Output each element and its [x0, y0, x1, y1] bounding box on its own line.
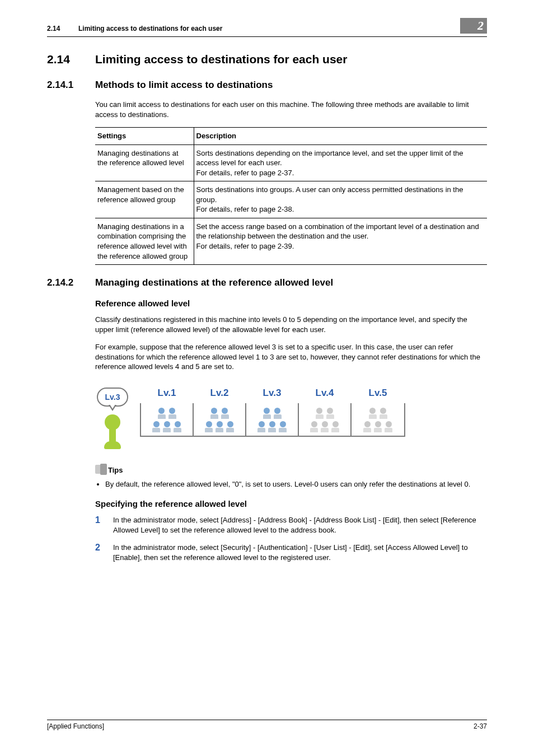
person-icon — [373, 421, 382, 432]
user-pawn-icon — [101, 414, 124, 449]
tips-block: Tips By default, the reference allowed l… — [95, 465, 487, 489]
subsection-heading-2-14-1: 2.14.1 Methods to limit access to destin… — [47, 80, 487, 91]
table-cell: Managing destinations at the reference a… — [95, 144, 194, 181]
paragraph: Classify destinations registered in this… — [95, 315, 487, 334]
table-cell: Sorts destinations into groups. A user c… — [194, 181, 487, 218]
person-icon — [310, 421, 318, 432]
h2-title: Managing destinations at the reference a… — [95, 277, 333, 288]
person-icon — [379, 408, 388, 419]
level-column: Lv.2 — [194, 403, 246, 436]
level-diagram: Lv.3 Lv.1Lv.2Lv.3Lv.4Lv.5 — [95, 388, 487, 449]
h1-title: Limiting access to destinations for each… — [95, 53, 347, 66]
person-icon — [273, 408, 282, 419]
running-head-title: Limiting access to destinations for each… — [78, 25, 487, 32]
person-icon — [226, 421, 235, 432]
h2-title: Methods to limit access to destinations — [95, 80, 273, 91]
tips-label: Tips — [108, 466, 123, 474]
table-row: Managing destinations at the reference a… — [95, 144, 487, 181]
h3-reference-allowed-level: Reference allowed level — [95, 298, 487, 308]
chapter-badge: 2 — [460, 18, 487, 34]
person-icon — [315, 408, 324, 419]
table-cell: Sorts destinations depending on the impo… — [194, 144, 487, 181]
level-column: Lv.3 — [246, 403, 299, 436]
methods-table: Settings Description Managing destinatio… — [95, 127, 487, 265]
steps-list: 1 In the administrator mode, select [Add… — [95, 515, 487, 562]
person-icon — [368, 408, 377, 419]
person-icon — [363, 421, 372, 432]
tips-icon — [95, 465, 107, 476]
step-item: 2 In the administrator mode, select [Sec… — [95, 543, 487, 562]
bubble-label: Lv.3 — [105, 393, 120, 402]
person-icon — [331, 421, 340, 432]
table-row: Management based on the reference allowe… — [95, 181, 487, 218]
person-icon — [278, 421, 287, 432]
level-label: Lv.2 — [194, 388, 245, 399]
person-icon — [320, 421, 329, 432]
person-icon — [384, 421, 393, 432]
table-head-description: Description — [194, 128, 487, 145]
person-icon — [257, 421, 266, 432]
level-label: Lv.1 — [141, 388, 193, 399]
diagram-user: Lv.3 — [95, 388, 130, 449]
person-icon — [162, 421, 171, 432]
person-icon — [210, 408, 219, 419]
h2-num: 2.14.2 — [47, 277, 95, 288]
step-item: 1 In the administrator mode, select [Add… — [95, 515, 487, 535]
h2-num: 2.14.1 — [47, 80, 95, 91]
level-label: Lv.4 — [299, 388, 350, 399]
table-cell: Managing destinations in a combination c… — [95, 218, 194, 264]
subsection-heading-2-14-2: 2.14.2 Managing destinations at the refe… — [47, 277, 487, 288]
person-icon — [157, 408, 166, 419]
level-columns: Lv.1Lv.2Lv.3Lv.4Lv.5 — [140, 403, 405, 437]
h1-num: 2.14 — [47, 53, 95, 66]
table-cell: Set the access range based on a combinat… — [194, 218, 487, 264]
page-footer: [Applied Functions] 2-37 — [47, 720, 487, 730]
h3-specifying: Specifying the reference allowed level — [95, 499, 487, 508]
intro-paragraph: You can limit access to destinations for… — [95, 100, 487, 119]
person-icon — [173, 421, 182, 432]
step-number: 2 — [95, 543, 103, 562]
tips-item: By default, the reference allowed level,… — [105, 479, 487, 489]
footer-left: [Applied Functions] — [47, 722, 104, 730]
paragraph: For example, suppose that the reference … — [95, 342, 487, 372]
table-head-settings: Settings — [95, 128, 194, 145]
level-label: Lv.3 — [246, 388, 298, 399]
person-icon — [326, 408, 335, 419]
running-head: 2.14 Limiting access to destinations for… — [47, 22, 487, 37]
table-cell: Management based on the reference allowe… — [95, 181, 194, 218]
level-label: Lv.5 — [352, 388, 404, 399]
person-icon — [215, 421, 224, 432]
footer-right: 2-37 — [474, 722, 487, 730]
table-row: Managing destinations in a combination c… — [95, 218, 487, 264]
level-column: Lv.4 — [299, 403, 352, 436]
person-icon — [204, 421, 213, 432]
person-icon — [168, 408, 177, 419]
step-text: In the administrator mode, select [Secur… — [113, 543, 487, 562]
person-icon — [152, 421, 161, 432]
running-head-num: 2.14 — [47, 25, 78, 32]
level-column: Lv.1 — [141, 403, 194, 436]
speech-bubble: Lv.3 — [97, 388, 128, 407]
person-icon — [221, 408, 229, 419]
person-icon — [268, 421, 277, 432]
person-icon — [263, 408, 271, 419]
section-heading-2-14: 2.14 Limiting access to destinations for… — [47, 53, 487, 66]
step-number: 1 — [95, 515, 103, 535]
step-text: In the administrator mode, select [Addre… — [113, 515, 487, 535]
level-column: Lv.5 — [352, 403, 404, 436]
